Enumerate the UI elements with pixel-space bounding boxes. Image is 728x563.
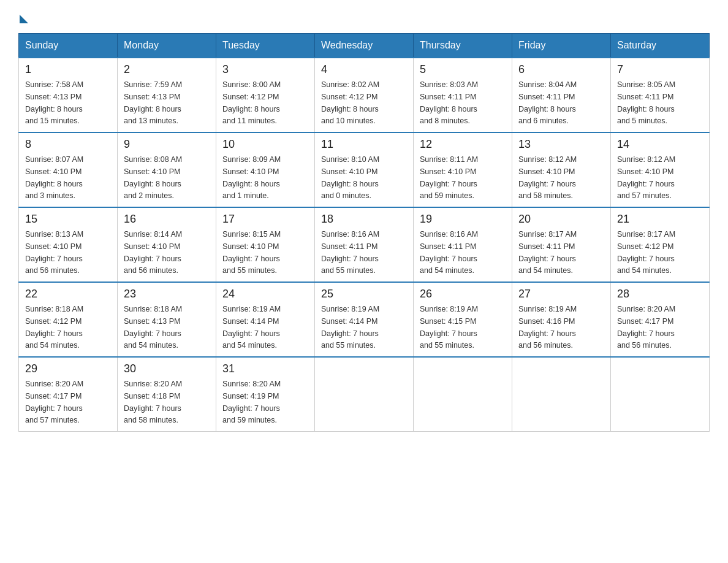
calendar-cell: 15 Sunrise: 8:13 AMSunset: 4:10 PMDaylig… [19,207,118,282]
calendar-cell: 18 Sunrise: 8:16 AMSunset: 4:11 PMDaylig… [315,207,414,282]
calendar-cell: 25 Sunrise: 8:19 AMSunset: 4:14 PMDaylig… [315,282,414,357]
day-number: 27 [518,288,604,301]
day-number: 7 [617,63,703,76]
day-number: 1 [25,63,111,76]
day-info: Sunrise: 8:17 AMSunset: 4:12 PMDaylight:… [617,230,675,275]
calendar-cell: 5 Sunrise: 8:03 AMSunset: 4:11 PMDayligh… [414,58,512,132]
calendar-cell: 31 Sunrise: 8:20 AMSunset: 4:19 PMDaylig… [216,357,315,432]
day-number: 5 [420,63,506,76]
day-number: 18 [321,213,407,226]
calendar-table: SundayMondayTuesdayWednesdayThursdayFrid… [18,33,710,432]
calendar-week-row: 1 Sunrise: 7:58 AMSunset: 4:13 PMDayligh… [19,58,710,132]
day-number: 6 [518,63,604,76]
day-number: 19 [420,213,506,226]
calendar-cell: 30 Sunrise: 8:20 AMSunset: 4:18 PMDaylig… [118,357,216,432]
calendar-cell: 1 Sunrise: 7:58 AMSunset: 4:13 PMDayligh… [19,58,118,132]
day-number: 15 [25,213,111,226]
calendar-cell: 28 Sunrise: 8:20 AMSunset: 4:17 PMDaylig… [611,282,710,357]
day-number: 22 [25,288,111,301]
calendar-cell: 14 Sunrise: 8:12 AMSunset: 4:10 PMDaylig… [611,132,710,207]
calendar-cell: 20 Sunrise: 8:17 AMSunset: 4:11 PMDaylig… [512,207,611,282]
day-number: 31 [222,362,308,375]
day-number: 4 [321,63,407,76]
weekday-header-wednesday: Wednesday [315,34,414,58]
day-info: Sunrise: 8:20 AMSunset: 4:17 PMDaylight:… [617,305,675,350]
day-info: Sunrise: 8:12 AMSunset: 4:10 PMDaylight:… [518,155,577,200]
weekday-header-tuesday: Tuesday [216,34,315,58]
calendar-cell: 3 Sunrise: 8:00 AMSunset: 4:12 PMDayligh… [216,58,315,132]
calendar-cell: 26 Sunrise: 8:19 AMSunset: 4:15 PMDaylig… [414,282,512,357]
day-number: 28 [617,288,703,301]
day-info: Sunrise: 7:58 AMSunset: 4:13 PMDaylight:… [25,80,83,125]
calendar-week-row: 8 Sunrise: 8:07 AMSunset: 4:10 PMDayligh… [19,132,710,207]
day-info: Sunrise: 8:20 AMSunset: 4:19 PMDaylight:… [222,380,281,424]
day-info: Sunrise: 8:10 AMSunset: 4:10 PMDaylight:… [321,155,379,200]
calendar-cell: 13 Sunrise: 8:12 AMSunset: 4:10 PMDaylig… [512,132,611,207]
calendar-cell: 6 Sunrise: 8:04 AMSunset: 4:11 PMDayligh… [512,58,611,132]
calendar-week-row: 22 Sunrise: 8:18 AMSunset: 4:12 PMDaylig… [19,282,710,357]
day-info: Sunrise: 8:19 AMSunset: 4:14 PMDaylight:… [321,305,379,350]
day-info: Sunrise: 8:09 AMSunset: 4:10 PMDaylight:… [222,155,281,200]
calendar-cell [414,357,512,432]
day-info: Sunrise: 8:19 AMSunset: 4:15 PMDaylight:… [420,305,478,350]
day-info: Sunrise: 8:20 AMSunset: 4:17 PMDaylight:… [25,380,83,424]
day-info: Sunrise: 8:03 AMSunset: 4:11 PMDaylight:… [420,80,478,125]
day-number: 13 [518,138,604,151]
day-number: 21 [617,213,703,226]
calendar-week-row: 29 Sunrise: 8:20 AMSunset: 4:17 PMDaylig… [19,357,710,432]
weekday-header-saturday: Saturday [611,34,710,58]
calendar-cell: 21 Sunrise: 8:17 AMSunset: 4:12 PMDaylig… [611,207,710,282]
day-number: 3 [222,63,308,76]
calendar-cell [611,357,710,432]
day-info: Sunrise: 8:02 AMSunset: 4:12 PMDaylight:… [321,80,379,125]
calendar-week-row: 15 Sunrise: 8:13 AMSunset: 4:10 PMDaylig… [19,207,710,282]
day-number: 17 [222,213,308,226]
day-info: Sunrise: 8:12 AMSunset: 4:10 PMDaylight:… [617,155,675,200]
calendar-cell: 19 Sunrise: 8:16 AMSunset: 4:11 PMDaylig… [414,207,512,282]
day-info: Sunrise: 8:16 AMSunset: 4:11 PMDaylight:… [321,230,379,275]
day-number: 16 [124,213,210,226]
weekday-header-sunday: Sunday [19,34,118,58]
logo-arrow-icon [20,15,28,23]
calendar-cell: 29 Sunrise: 8:20 AMSunset: 4:17 PMDaylig… [19,357,118,432]
day-info: Sunrise: 8:19 AMSunset: 4:14 PMDaylight:… [222,305,281,350]
calendar-cell: 10 Sunrise: 8:09 AMSunset: 4:10 PMDaylig… [216,132,315,207]
day-info: Sunrise: 8:05 AMSunset: 4:11 PMDaylight:… [617,80,675,125]
weekday-header-friday: Friday [512,34,611,58]
calendar-cell: 7 Sunrise: 8:05 AMSunset: 4:11 PMDayligh… [611,58,710,132]
day-number: 30 [124,362,210,375]
day-info: Sunrise: 8:08 AMSunset: 4:10 PMDaylight:… [124,155,182,200]
calendar-cell: 2 Sunrise: 7:59 AMSunset: 4:13 PMDayligh… [118,58,216,132]
weekday-header-thursday: Thursday [414,34,512,58]
day-info: Sunrise: 8:11 AMSunset: 4:10 PMDaylight:… [420,155,478,200]
calendar-cell: 17 Sunrise: 8:15 AMSunset: 4:10 PMDaylig… [216,207,315,282]
day-info: Sunrise: 7:59 AMSunset: 4:13 PMDaylight:… [124,80,182,125]
weekday-header-monday: Monday [118,34,216,58]
calendar-cell: 16 Sunrise: 8:14 AMSunset: 4:10 PMDaylig… [118,207,216,282]
calendar-cell: 8 Sunrise: 8:07 AMSunset: 4:10 PMDayligh… [19,132,118,207]
logo [18,12,28,21]
day-number: 8 [25,138,111,151]
calendar-cell: 4 Sunrise: 8:02 AMSunset: 4:12 PMDayligh… [315,58,414,132]
day-number: 20 [518,213,604,226]
day-info: Sunrise: 8:16 AMSunset: 4:11 PMDaylight:… [420,230,478,275]
day-info: Sunrise: 8:13 AMSunset: 4:10 PMDaylight:… [25,230,83,275]
day-number: 9 [124,138,210,151]
calendar-cell: 9 Sunrise: 8:08 AMSunset: 4:10 PMDayligh… [118,132,216,207]
day-info: Sunrise: 8:14 AMSunset: 4:10 PMDaylight:… [124,230,182,275]
day-info: Sunrise: 8:00 AMSunset: 4:12 PMDaylight:… [222,80,281,125]
calendar-cell: 27 Sunrise: 8:19 AMSunset: 4:16 PMDaylig… [512,282,611,357]
calendar-cell: 23 Sunrise: 8:18 AMSunset: 4:13 PMDaylig… [118,282,216,357]
day-info: Sunrise: 8:07 AMSunset: 4:10 PMDaylight:… [25,155,83,200]
day-number: 29 [25,362,111,375]
day-number: 24 [222,288,308,301]
day-info: Sunrise: 8:18 AMSunset: 4:13 PMDaylight:… [124,305,182,350]
day-number: 11 [321,138,407,151]
day-number: 25 [321,288,407,301]
weekday-header-row: SundayMondayTuesdayWednesdayThursdayFrid… [19,34,710,58]
day-number: 10 [222,138,308,151]
calendar-cell: 24 Sunrise: 8:19 AMSunset: 4:14 PMDaylig… [216,282,315,357]
day-info: Sunrise: 8:04 AMSunset: 4:11 PMDaylight:… [518,80,577,125]
day-number: 26 [420,288,506,301]
day-info: Sunrise: 8:15 AMSunset: 4:10 PMDaylight:… [222,230,281,275]
